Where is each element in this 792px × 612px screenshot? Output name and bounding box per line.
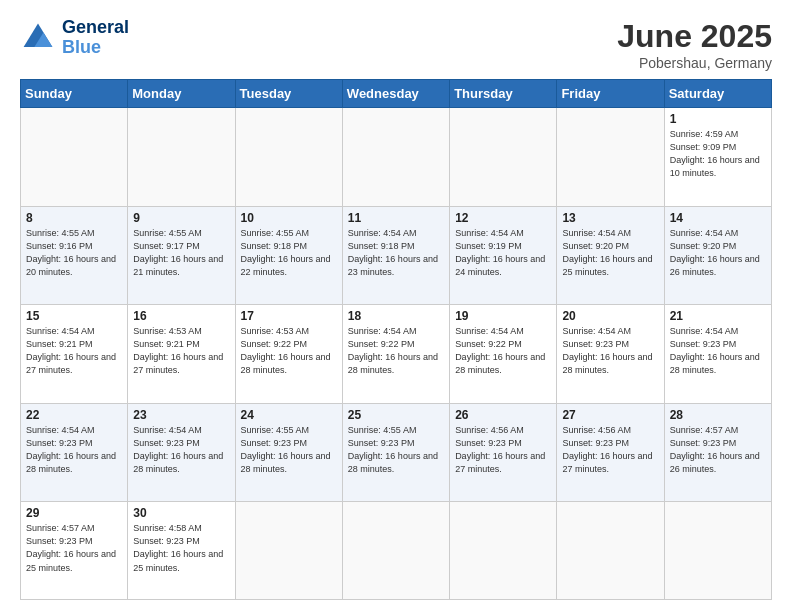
header-right: June 2025 Pobershau, Germany xyxy=(617,18,772,71)
col-header-saturday: Saturday xyxy=(664,80,771,108)
col-header-friday: Friday xyxy=(557,80,664,108)
page: General Blue June 2025 Pobershau, German… xyxy=(0,0,792,612)
table-row: 20Sunrise: 4:54 AMSunset: 9:23 PMDayligh… xyxy=(557,305,664,404)
table-row: 16Sunrise: 4:53 AMSunset: 9:21 PMDayligh… xyxy=(128,305,235,404)
table-row xyxy=(235,502,342,600)
table-row: 12Sunrise: 4:54 AMSunset: 9:19 PMDayligh… xyxy=(450,206,557,305)
table-row: 13Sunrise: 4:54 AMSunset: 9:20 PMDayligh… xyxy=(557,206,664,305)
table-row: 25Sunrise: 4:55 AMSunset: 9:23 PMDayligh… xyxy=(342,403,449,502)
calendar-table: Sunday Monday Tuesday Wednesday Thursday… xyxy=(20,79,772,600)
table-row: 17Sunrise: 4:53 AMSunset: 9:22 PMDayligh… xyxy=(235,305,342,404)
table-row: 8Sunrise: 4:55 AMSunset: 9:16 PMDaylight… xyxy=(21,206,128,305)
col-header-wednesday: Wednesday xyxy=(342,80,449,108)
table-row xyxy=(21,108,128,207)
table-row: 14Sunrise: 4:54 AMSunset: 9:20 PMDayligh… xyxy=(664,206,771,305)
col-header-monday: Monday xyxy=(128,80,235,108)
logo: General Blue xyxy=(20,18,129,58)
table-row: 10Sunrise: 4:55 AMSunset: 9:18 PMDayligh… xyxy=(235,206,342,305)
page-title: June 2025 xyxy=(617,18,772,55)
table-row xyxy=(557,108,664,207)
table-row: 28Sunrise: 4:57 AMSunset: 9:23 PMDayligh… xyxy=(664,403,771,502)
table-row: 9Sunrise: 4:55 AMSunset: 9:17 PMDaylight… xyxy=(128,206,235,305)
table-row xyxy=(235,108,342,207)
logo-text: General Blue xyxy=(62,18,129,58)
table-row xyxy=(450,108,557,207)
table-row: 22Sunrise: 4:54 AMSunset: 9:23 PMDayligh… xyxy=(21,403,128,502)
table-row: 24Sunrise: 4:55 AMSunset: 9:23 PMDayligh… xyxy=(235,403,342,502)
table-row xyxy=(128,108,235,207)
table-row xyxy=(557,502,664,600)
col-header-sunday: Sunday xyxy=(21,80,128,108)
table-row: 19Sunrise: 4:54 AMSunset: 9:22 PMDayligh… xyxy=(450,305,557,404)
table-row xyxy=(450,502,557,600)
table-row xyxy=(342,502,449,600)
col-header-tuesday: Tuesday xyxy=(235,80,342,108)
table-row: 11Sunrise: 4:54 AMSunset: 9:18 PMDayligh… xyxy=(342,206,449,305)
table-row: 15Sunrise: 4:54 AMSunset: 9:21 PMDayligh… xyxy=(21,305,128,404)
table-row: 30Sunrise: 4:58 AMSunset: 9:23 PMDayligh… xyxy=(128,502,235,600)
table-row: 26Sunrise: 4:56 AMSunset: 9:23 PMDayligh… xyxy=(450,403,557,502)
page-subtitle: Pobershau, Germany xyxy=(617,55,772,71)
logo-line2: Blue xyxy=(62,38,129,58)
table-row xyxy=(342,108,449,207)
table-row: 29Sunrise: 4:57 AMSunset: 9:23 PMDayligh… xyxy=(21,502,128,600)
table-row: 18Sunrise: 4:54 AMSunset: 9:22 PMDayligh… xyxy=(342,305,449,404)
col-header-thursday: Thursday xyxy=(450,80,557,108)
logo-line1: General xyxy=(62,18,129,38)
top-section: General Blue June 2025 Pobershau, German… xyxy=(20,18,772,71)
table-row: 21Sunrise: 4:54 AMSunset: 9:23 PMDayligh… xyxy=(664,305,771,404)
calendar-header-row: Sunday Monday Tuesday Wednesday Thursday… xyxy=(21,80,772,108)
logo-icon xyxy=(20,20,56,56)
table-row xyxy=(664,502,771,600)
table-row: 1Sunrise: 4:59 AMSunset: 9:09 PMDaylight… xyxy=(664,108,771,207)
table-row: 23Sunrise: 4:54 AMSunset: 9:23 PMDayligh… xyxy=(128,403,235,502)
table-row: 27Sunrise: 4:56 AMSunset: 9:23 PMDayligh… xyxy=(557,403,664,502)
